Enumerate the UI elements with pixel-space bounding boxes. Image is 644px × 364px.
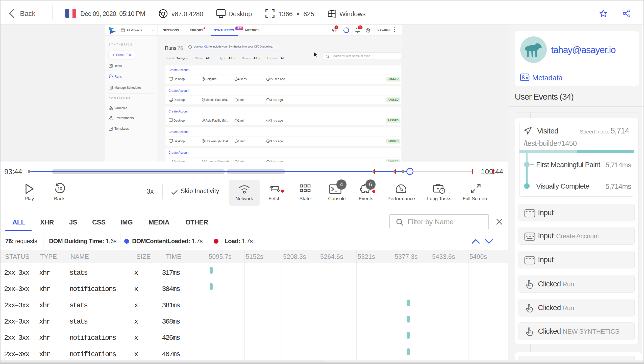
svg-text:10: 10 xyxy=(58,187,62,191)
